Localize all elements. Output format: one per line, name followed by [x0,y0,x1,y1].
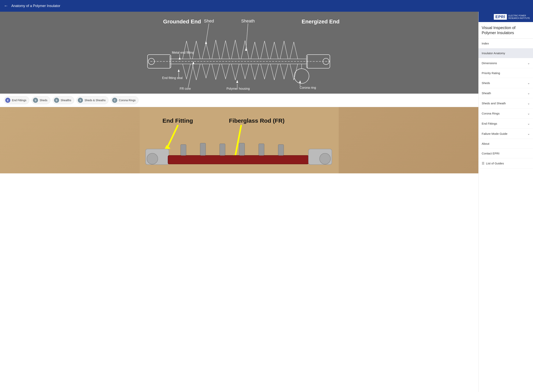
svg-text:Sheath: Sheath [241,19,255,23]
nav-label-index: Index [482,42,489,45]
nav-label-corona-rings: Corona Rings [482,112,500,115]
end-fitting-label: End Fitting [163,117,193,124]
list-icon: ☰ [482,162,484,165]
svg-text:Polymer housing: Polymer housing [226,87,250,90]
nav-item-failure-mode-guide[interactable]: Failure Mode Guide ⌄ [479,129,533,139]
nav-item-dimensions[interactable]: Dimensions ⌄ [479,58,533,68]
topbar: ← Anatomy of a Polymer Insulator [0,0,533,12]
chip-sheds[interactable]: S Sheds [32,96,50,104]
chevron-down-icon-sheath: ⌄ [527,91,530,95]
chip-avatar-sheds: S [33,98,38,103]
nav-item-priority-rating[interactable]: Priority Rating [479,68,533,78]
diagram-container: Grounded End Energized End Shed Sheath [0,12,478,94]
chip-avatar-corona-rings: C [112,98,117,103]
chevron-down-icon-corona-rings: ⌄ [527,112,530,115]
sidebar-title: Visual Inspection of Polymer Insulators [479,22,533,39]
svg-text:Corona ring: Corona ring [300,86,316,89]
epri-logo-subtitle: ELECTRIC POWERRESEARCH INSTITUTE [508,14,530,19]
nav-item-sheath[interactable]: Sheath ⌄ [479,88,533,98]
nav-label-insulator-anatomy: Insulator Anatomy [482,51,505,55]
chip-avatar-end-fittings: E [5,98,10,103]
chip-label-corona-rings: Corona Rings [119,99,136,102]
chevron-down-icon-end-fittings: ⌄ [527,122,530,125]
chip-end-fittings[interactable]: E End Fittings [4,96,29,104]
svg-rect-42 [181,145,186,155]
nav-label-end-fittings: End Fittings [482,122,497,125]
chip-avatar-sheds-sheaths: S [78,98,83,103]
nav-label-about: About [482,142,489,145]
nav-list: Index Insulator Anatomy Dimensions ⌄ Pri… [479,39,533,168]
nav-item-contact-epri[interactable]: Contact EPRI [479,149,533,158]
epri-logo-text: EPRl [494,14,507,20]
svg-rect-45 [239,143,245,155]
topbar-title: Anatomy of a Polymer Insulator [11,4,60,8]
svg-text:Shed: Shed [204,19,214,23]
nav-label-contact-epri: Contact EPRI [482,152,500,155]
chip-label-sheds-sheaths: Sheds & Sheaths [84,99,106,102]
back-button[interactable]: ← [4,3,8,8]
photo-inner: End Fitting Fiberglass Rod (FR) [0,107,478,173]
chip-corona-rings[interactable]: C Corona Rings [111,96,139,104]
nav-label-priority-rating: Priority Rating [482,71,500,75]
chevron-down-icon-failure-mode-guide: ⌄ [527,132,530,135]
main-layout: Grounded End Energized End Shed Sheath [0,12,533,392]
svg-rect-47 [278,145,284,155]
sidebar-logo-area: EPRl ELECTRIC POWERRESEARCH INSTITUTE [479,12,533,22]
svg-point-49 [320,153,331,164]
anatomy-diagram: Grounded End Energized End Shed Sheath [0,12,478,94]
sidebar: EPRl ELECTRIC POWERRESEARCH INSTITUTE Vi… [478,12,533,392]
nav-label-sheath: Sheath [482,91,491,95]
svg-rect-46 [259,144,264,155]
photo-section: End Fitting Fiberglass Rod (FR) [0,107,478,173]
chip-avatar-shealths: S [54,98,59,103]
content-area: Grounded End Energized End Shed Sheath [0,12,478,392]
chip-label-end-fittings: End Fittings [12,99,26,102]
nav-list-of-guides-inner: ☰ List of Guides [482,162,504,165]
nav-item-insulator-anatomy[interactable]: Insulator Anatomy [479,48,533,58]
svg-text:Energized End: Energized End [302,19,339,25]
svg-rect-41 [168,155,309,164]
photo-diagram: End Fitting Fiberglass Rod (FR) [0,107,478,173]
nav-item-index[interactable]: Index [479,39,533,48]
nav-label-failure-mode-guide: Failure Mode Guide [482,132,507,135]
svg-text:FR core: FR core [180,87,191,90]
chevron-down-icon-sheds-and-sheath: ⌄ [527,101,530,105]
filter-chips: E End Fittings S Sheds S Shealths S Shed… [0,94,478,107]
chevron-down-icon-sheds: ⌄ [527,81,530,85]
svg-text:End fitting seal: End fitting seal [162,76,182,79]
nav-item-about[interactable]: About [479,139,533,149]
nav-item-corona-rings[interactable]: Corona Rings ⌄ [479,108,533,119]
nav-item-sheds-and-sheath[interactable]: Sheds and Sheath ⌄ [479,98,533,108]
nav-item-list-of-guides[interactable]: ☰ List of Guides [479,158,533,168]
nav-item-end-fittings[interactable]: End Fittings ⌄ [479,119,533,129]
diagram-section: Grounded End Energized End Shed Sheath [0,12,478,107]
chevron-down-icon-dimensions: ⌄ [527,61,530,65]
chip-label-sheds: Sheds [40,99,47,102]
svg-text:Metal end fitting: Metal end fitting [172,51,194,54]
svg-point-40 [147,153,158,164]
chip-label-shealths: Shealths [61,99,71,102]
svg-text:Grounded End: Grounded End [163,19,201,25]
epri-logo: EPRl ELECTRIC POWERRESEARCH INSTITUTE [494,14,530,20]
svg-rect-44 [220,144,225,155]
svg-rect-43 [200,143,206,155]
chip-shealths[interactable]: S Shealths [53,96,74,104]
nav-label-sheds-and-sheath: Sheds and Sheath [482,102,506,105]
nav-label-list-of-guides: List of Guides [486,162,504,165]
nav-label-sheds: Sheds [482,81,490,85]
nav-label-dimensions: Dimensions [482,61,497,65]
nav-item-sheds[interactable]: Sheds ⌄ [479,78,533,88]
fiberglass-rod-label: Fiberglass Rod (FR) [229,117,285,124]
chip-sheds-sheaths[interactable]: S Sheds & Sheaths [76,96,108,104]
